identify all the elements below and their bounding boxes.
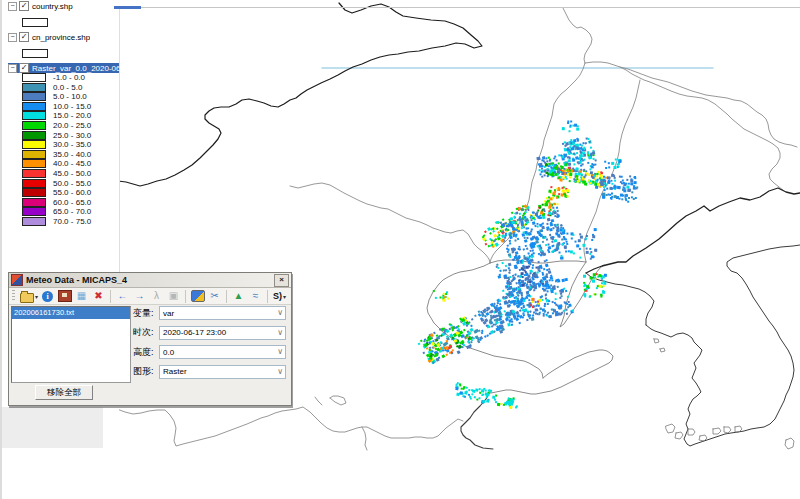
remove-all-button[interactable]: 移除全部 xyxy=(35,385,93,400)
expand-toggle-icon[interactable]: − xyxy=(8,33,17,42)
province-branch-small xyxy=(362,427,367,450)
coastline-liaodong-peninsula xyxy=(560,262,604,327)
layer-symbol-row xyxy=(22,13,119,31)
layer-item-country-shp[interactable]: −✓country.shp xyxy=(8,1,119,11)
layer-visibility-checkbox[interactable]: ✓ xyxy=(19,1,29,11)
province-line-liaoning-north xyxy=(585,62,783,190)
toolbar-separator xyxy=(185,290,186,303)
island-korea-5 xyxy=(713,428,721,434)
layer-label[interactable]: Raster_var_0.0_2020-06 xyxy=(32,64,119,73)
legend-range-label: 60.0 - 65.0 xyxy=(53,198,91,207)
legend-range-label: 35.0 - 40.0 xyxy=(53,150,91,159)
dialog-form: 变量:var∨时次:2020-06-17 23:00∨高度:0.0∨图形:Ras… xyxy=(133,306,286,381)
coastline-shandong xyxy=(489,350,613,394)
legend-item: 40.0 - 45.0 xyxy=(22,159,119,168)
field-combobox[interactable]: var∨ xyxy=(159,306,286,320)
legend-color-swatch xyxy=(22,150,46,159)
open-folder-icon xyxy=(20,293,34,303)
tools-button[interactable]: ✂ xyxy=(207,289,222,303)
legend-color-swatch xyxy=(22,121,46,130)
chevron-down-icon: ∨ xyxy=(277,347,283,356)
expand-toggle-icon[interactable]: − xyxy=(8,2,17,11)
country-border-mongolia xyxy=(118,3,482,186)
close-icon[interactable]: × xyxy=(274,274,289,287)
file-list[interactable]: 202006161730.txt xyxy=(11,306,131,383)
palette-button[interactable] xyxy=(190,289,205,303)
legend-color-swatch xyxy=(22,83,46,92)
line-chart-button[interactable]: ≈ xyxy=(248,289,263,303)
field-combobox[interactable]: Raster∨ xyxy=(159,365,286,379)
area-chart-button[interactable]: ▲ xyxy=(231,289,246,303)
form-row: 高度:0.0∨ xyxy=(133,345,286,359)
coastline-korea xyxy=(646,245,800,446)
dropdown-arrow-icon: ▾ xyxy=(283,293,286,300)
legend-item: 55.0 - 60.0 xyxy=(22,188,119,197)
line-chart-icon: ≈ xyxy=(253,289,259,303)
legend-range-label: -1.0 - 0.0 xyxy=(53,73,85,82)
next-icon: → xyxy=(135,289,145,303)
dropdown-arrow-icon: ▾ xyxy=(35,293,38,300)
legend-color-swatch xyxy=(22,217,46,226)
field-combobox[interactable]: 0.0∨ xyxy=(159,345,286,359)
toolbar-grip[interactable] xyxy=(12,290,15,302)
radar-echo-cluster xyxy=(562,121,579,133)
radar-echo-cluster xyxy=(604,159,621,170)
layer-label[interactable]: country.shp xyxy=(32,2,73,11)
layer-visibility-checkbox[interactable]: ✓ xyxy=(19,32,29,42)
legend-item: 30.0 - 35.0 xyxy=(22,140,119,149)
layer-visibility-checkbox[interactable]: ✓ xyxy=(19,63,29,73)
islet-nk-2 xyxy=(660,348,665,352)
next-button[interactable]: → xyxy=(132,289,147,303)
legend-range-label: 15.0 - 20.0 xyxy=(53,111,91,120)
table-button[interactable]: ▦ xyxy=(74,289,89,303)
map-canvas[interactable] xyxy=(0,0,800,499)
radar-echo-cluster xyxy=(583,273,607,298)
info-button[interactable]: i xyxy=(40,289,55,303)
legend-color-swatch xyxy=(22,111,46,120)
toolbar-separator xyxy=(110,290,111,303)
animate-button[interactable]: λ xyxy=(149,289,164,303)
radar-echo-cluster xyxy=(453,382,492,405)
province-line-bottom-left xyxy=(117,407,463,446)
sound-dropdown-button[interactable]: S)▾ xyxy=(272,289,287,303)
field-combobox[interactable]: 2020-06-17 23:00∨ xyxy=(159,326,286,340)
legend-color-swatch xyxy=(22,207,46,216)
field-label: 时次: xyxy=(133,326,159,339)
map-splitter-handle[interactable] xyxy=(114,6,141,9)
province-line-hebei-sw xyxy=(290,183,490,263)
refresh-button[interactable]: ▣ xyxy=(166,289,181,303)
snapshot-button[interactable] xyxy=(57,289,72,303)
expand-toggle-icon[interactable]: − xyxy=(8,64,17,73)
legend-color-swatch xyxy=(22,102,46,111)
legend-item: 10.0 - 15.0 xyxy=(22,102,119,111)
field-value: var xyxy=(163,309,174,318)
prev-button[interactable]: ← xyxy=(115,289,130,303)
island-korea-1 xyxy=(666,424,675,433)
coastline-nk-west xyxy=(586,273,654,325)
file-list-item[interactable]: 202006161730.txt xyxy=(12,307,130,319)
field-label: 变量: xyxy=(133,307,159,320)
legend-item: 45.0 - 50.0 xyxy=(22,169,119,178)
island-jeju xyxy=(785,438,794,449)
layer-item-raster-var-0-0-2020-06[interactable]: −✓Raster_var_0.0_2020-06 xyxy=(8,63,119,73)
info-icon: i xyxy=(42,291,53,302)
dialog-toolbar: ▾i▦✖←→λ▣✂▲≈S)▾ xyxy=(9,288,291,305)
dialog-titlebar[interactable]: Meteo Data - MICAPS_4 × xyxy=(9,273,291,288)
form-row: 图形:Raster∨ xyxy=(133,365,286,379)
chevron-down-icon: ∨ xyxy=(277,308,283,317)
legend-color-swatch xyxy=(22,188,46,197)
layer-panel: −✓country.shp−✓cn_province.shp−✓Raster_v… xyxy=(0,0,119,499)
legend-color-swatch xyxy=(22,169,46,178)
layer-symbol-swatch xyxy=(22,49,48,58)
island-korea-6 xyxy=(724,427,731,433)
field-value: Raster xyxy=(163,367,187,376)
legend-range-label: 70.0 - 75.0 xyxy=(53,217,91,226)
toc-map-divider[interactable] xyxy=(119,7,120,272)
delete-button[interactable]: ✖ xyxy=(91,289,106,303)
layer-label[interactable]: cn_province.shp xyxy=(32,33,90,42)
legend-color-swatch xyxy=(22,131,46,140)
layer-item-cn-province-shp[interactable]: −✓cn_province.shp xyxy=(8,32,119,42)
meteo-data-dialog: Meteo Data - MICAPS_4 × ▾i▦✖←→λ▣✂▲≈S)▾ 2… xyxy=(8,272,292,406)
open-folder-button[interactable]: ▾ xyxy=(20,289,38,303)
legend-item: 50.0 - 55.0 xyxy=(22,179,119,188)
